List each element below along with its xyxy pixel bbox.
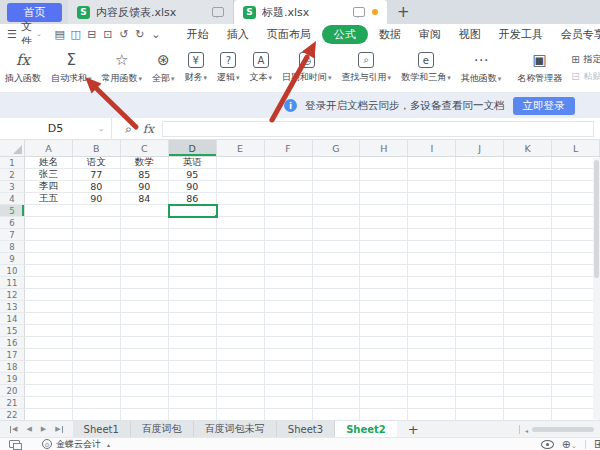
cell-A22[interactable] [25,409,73,420]
financial-button[interactable]: ¥财务▾ [180,44,213,92]
cell-A4[interactable]: 王五 [25,193,73,205]
cell-H17[interactable] [360,349,408,361]
cell-H11[interactable] [360,277,408,289]
vertical-scrollbar[interactable] [593,158,600,419]
cell-I20[interactable] [408,385,456,397]
row-header-12[interactable]: 12 [0,289,25,301]
cell-H15[interactable] [360,325,408,337]
cell-I14[interactable] [408,313,456,325]
switch-window-icon[interactable] [9,440,20,448]
cell-H2[interactable] [360,169,408,181]
cell-I15[interactable] [408,325,456,337]
cell-E11[interactable] [217,277,265,289]
cell-G18[interactable] [313,361,361,373]
cell-H8[interactable] [360,241,408,253]
scroll-left-icon[interactable]: ◂ [525,427,528,434]
row-header-22[interactable]: 22 [0,409,25,420]
cell-C22[interactable] [121,409,169,420]
cell-B19[interactable] [73,373,121,385]
cell-D22[interactable] [169,409,217,420]
cell-F2[interactable] [265,169,313,181]
cell-C16[interactable] [121,337,169,349]
cell-A17[interactable] [25,349,73,361]
cell-I3[interactable] [408,181,456,193]
cell-G19[interactable] [313,373,361,385]
cell-K19[interactable] [504,373,552,385]
login-now-button[interactable]: 立即登录 [513,97,575,115]
cell-I6[interactable] [408,217,456,229]
cell-D13[interactable] [169,301,217,313]
lookup-reference-button[interactable]: ⌕查找与引用▾ [337,44,397,92]
cell-J3[interactable] [456,181,504,193]
cell-D20[interactable] [169,385,217,397]
cell-B6[interactable] [73,217,121,229]
menu-tab-6[interactable]: 视图 [450,25,490,44]
cell-F8[interactable] [265,241,313,253]
cell-J8[interactable] [456,241,504,253]
cell-H18[interactable] [360,361,408,373]
cell-J14[interactable] [456,313,504,325]
cell-A3[interactable]: 李四 [25,181,73,193]
cell-E22[interactable] [217,409,265,420]
cell-J1[interactable] [456,157,504,169]
cell-J2[interactable] [456,169,504,181]
cell-B15[interactable] [73,325,121,337]
cell-B1[interactable]: 语文 [73,157,121,169]
cell-E21[interactable] [217,397,265,409]
cell-J18[interactable] [456,361,504,373]
cell-F13[interactable] [265,301,313,313]
kingdee-cloud-button[interactable]: ⊙ 金蝶云会计 ▴ [42,438,110,450]
cell-A15[interactable] [25,325,73,337]
menu-tab-0[interactable]: 开始 [178,25,218,44]
cell-I5[interactable] [408,205,456,217]
menu-tab-1[interactable]: 插入 [218,25,258,44]
cell-K5[interactable] [504,205,552,217]
autosum-button[interactable]: Σ自动求和▾ [46,44,97,92]
column-header-J[interactable]: J [456,140,504,156]
row-header-17[interactable]: 17 [0,349,25,361]
cell-K8[interactable] [504,241,552,253]
menu-tab-2[interactable]: 页面布局 [258,25,320,44]
cell-C2[interactable]: 85 [121,169,169,181]
cell-A10[interactable] [25,265,73,277]
cell-J4[interactable] [456,193,504,205]
cell-K15[interactable] [504,325,552,337]
sheet-tab-1[interactable]: 百度词包 [131,421,194,437]
cell-I10[interactable] [408,265,456,277]
column-header-E[interactable]: E [217,140,265,156]
redo-icon[interactable]: ↻ [132,28,148,41]
cell-J7[interactable] [456,229,504,241]
row-header-14[interactable]: 14 [0,313,25,325]
cell-K17[interactable] [504,349,552,361]
sheet-tab-2[interactable]: 百度词包未写 [194,421,277,437]
cell-A8[interactable] [25,241,73,253]
row-header-11[interactable]: 11 [0,277,25,289]
cell-K2[interactable] [504,169,552,181]
math-trig-button[interactable]: e数学和三角▾ [396,44,456,92]
cell-D1[interactable]: 英语 [169,157,217,169]
row-header-13[interactable]: 13 [0,301,25,313]
cell-I21[interactable] [408,397,456,409]
row-header-10[interactable]: 10 [0,265,25,277]
cell-H21[interactable] [360,397,408,409]
cell-F12[interactable] [265,289,313,301]
cell-K18[interactable] [504,361,552,373]
row-header-9[interactable]: 9 [0,253,25,265]
column-header-K[interactable]: K [504,140,552,156]
magnifier-icon[interactable]: ⌕ [125,122,132,136]
cell-K14[interactable] [504,313,552,325]
cell-A20[interactable] [25,385,73,397]
cell-G14[interactable] [313,313,361,325]
row-header-15[interactable]: 15 [0,325,25,337]
cell-J13[interactable] [456,301,504,313]
cell-F7[interactable] [265,229,313,241]
cell-D8[interactable] [169,241,217,253]
cell-J19[interactable] [456,373,504,385]
print-icon[interactable]: ⊟ [84,28,100,41]
cell-F3[interactable] [265,181,313,193]
cell-F1[interactable] [265,157,313,169]
cell-D9[interactable] [169,253,217,265]
cell-F9[interactable] [265,253,313,265]
cell-D15[interactable] [169,325,217,337]
cell-G6[interactable] [313,217,361,229]
